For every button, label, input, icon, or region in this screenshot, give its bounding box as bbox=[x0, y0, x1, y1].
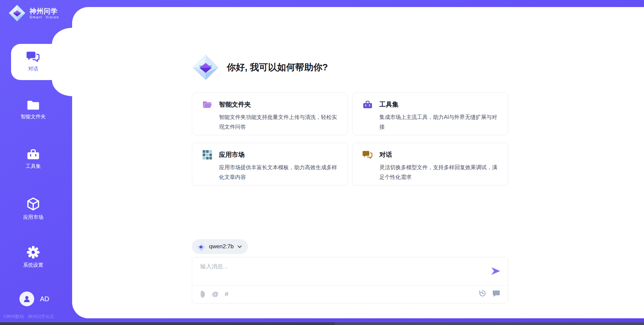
card-smart-folder[interactable]: 智能文件夹 智能文件夹功能支持批量文件上传与清洗，轻松实现文件问答 bbox=[192, 92, 348, 135]
toolbox-icon bbox=[26, 148, 40, 160]
person-icon bbox=[22, 295, 31, 303]
gear-icon bbox=[26, 246, 40, 259]
sidebar-item-label: 智能文件夹 bbox=[21, 114, 46, 120]
card-description: 应用市场提供丰富长文本模板，助力高效生成多样化文章内容 bbox=[219, 162, 340, 182]
sidebar: 神州问学 Smart Vision 对话 智能文件夹 工具集 bbox=[0, 0, 72, 325]
card-chat[interactable]: 对话 灵活切换多模型文件，支持多样回复效果调试，满足个性化需求 bbox=[352, 143, 508, 186]
copyright-footer: ©神州数码 · 神州问学出品 bbox=[3, 314, 72, 320]
brand-name: 神州问学 bbox=[30, 7, 59, 15]
sidebar-item-app-market[interactable]: 应用市场 bbox=[11, 197, 55, 220]
greeting-title: 你好, 我可以如何帮助你? bbox=[227, 61, 328, 73]
chat-icon bbox=[363, 150, 373, 160]
message-input[interactable] bbox=[200, 263, 482, 282]
card-title: 工具集 bbox=[379, 100, 398, 109]
chevron-down-icon bbox=[237, 245, 242, 248]
card-description: 灵活切换多模型文件，支持多样回复效果调试，满足个性化需求 bbox=[379, 162, 500, 182]
card-toolset[interactable]: 工具集 集成市场上主流工具，助力AI与外界无缝扩展与对接 bbox=[352, 92, 508, 135]
brand-logo: 神州问学 Smart Vision bbox=[9, 5, 59, 21]
card-app-market[interactable]: 应用市场 应用市场提供丰富长文本模板，助力高效生成多样化文章内容 bbox=[192, 143, 348, 186]
app-window: 神州问学 Smart Vision 对话 智能文件夹 工具集 bbox=[0, 0, 644, 325]
user-account[interactable]: AD bbox=[19, 291, 49, 306]
folder-open-icon bbox=[202, 100, 212, 110]
avatar bbox=[19, 291, 34, 306]
model-logo-icon bbox=[197, 242, 205, 251]
sidebar-item-label: 对话 bbox=[28, 66, 38, 72]
brand-diamond-icon bbox=[9, 5, 25, 21]
user-name: AD bbox=[40, 295, 49, 303]
feature-cards: 智能文件夹 智能文件夹功能支持批量文件上传与清洗，轻松实现文件问答 工具集 集成… bbox=[192, 92, 508, 186]
send-icon[interactable] bbox=[491, 267, 500, 275]
model-selector[interactable]: qwen2:7b bbox=[192, 239, 248, 254]
bottom-window-edge bbox=[0, 322, 644, 325]
sidebar-item-settings[interactable]: 系统设置 bbox=[11, 246, 55, 268]
sidebar-item-label: 工具集 bbox=[26, 163, 41, 170]
card-title: 应用市场 bbox=[219, 150, 245, 159]
history-icon[interactable] bbox=[479, 289, 486, 297]
comment-icon[interactable] bbox=[492, 290, 500, 297]
cube-icon bbox=[26, 197, 40, 211]
hash-icon[interactable]: # bbox=[225, 289, 228, 299]
grid-icon bbox=[202, 150, 212, 160]
toolbox-icon bbox=[363, 100, 373, 110]
sidebar-item-chat[interactable]: 对话 bbox=[11, 44, 72, 80]
mention-icon[interactable]: @ bbox=[212, 289, 218, 299]
attachment-icon[interactable] bbox=[200, 290, 206, 299]
folder-icon bbox=[26, 100, 40, 111]
assistant-logo-icon bbox=[193, 54, 219, 80]
sidebar-item-label: 应用市场 bbox=[23, 214, 43, 220]
card-title: 对话 bbox=[379, 150, 392, 159]
model-name: qwen2:7b bbox=[209, 243, 234, 250]
card-description: 集成市场上主流工具，助力AI与外界无缝扩展与对接 bbox=[379, 112, 500, 132]
chat-icon bbox=[26, 51, 40, 63]
sidebar-item-toolset[interactable]: 工具集 bbox=[11, 148, 55, 170]
sidebar-item-label: 系统设置 bbox=[23, 262, 43, 268]
composer-divider bbox=[192, 285, 508, 285]
message-composer: @ # bbox=[192, 257, 508, 304]
greeting: 你好, 我可以如何帮助你? bbox=[193, 54, 328, 80]
sidebar-item-smart-folder[interactable]: 智能文件夹 bbox=[11, 100, 55, 120]
card-description: 智能文件夹功能支持批量文件上传与清洗，轻松实现文件问答 bbox=[219, 112, 340, 132]
card-title: 智能文件夹 bbox=[219, 100, 251, 109]
brand-subtitle: Smart Vision bbox=[30, 15, 59, 19]
